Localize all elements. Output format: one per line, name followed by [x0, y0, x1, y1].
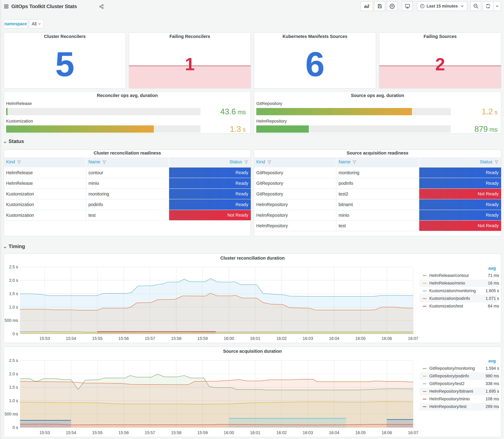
svg-text:16:01: 16:01	[250, 430, 260, 435]
svg-text:2.5 s: 2.5 s	[9, 358, 18, 363]
svg-text:15:55: 15:55	[92, 336, 102, 341]
svg-text:500 ms: 500 ms	[4, 318, 18, 323]
svg-text:1.5 s: 1.5 s	[9, 291, 18, 296]
svg-text:15:53: 15:53	[39, 336, 50, 341]
svg-text:2.0 s: 2.0 s	[9, 278, 18, 283]
svg-text:16:05: 16:05	[355, 336, 366, 341]
svg-text:0 s: 0 s	[12, 332, 18, 336]
svg-text:15:58: 15:58	[171, 430, 182, 435]
svg-text:0 s: 0 s	[12, 425, 18, 430]
svg-text:15:54: 15:54	[66, 336, 76, 341]
svg-text:16:07: 16:07	[408, 430, 418, 435]
svg-text:15:59: 15:59	[197, 336, 208, 341]
svg-text:16:00: 16:00	[224, 336, 234, 341]
svg-text:16:07: 16:07	[408, 336, 418, 341]
svg-text:16:06: 16:06	[381, 336, 392, 341]
svg-text:16:03: 16:03	[303, 430, 313, 435]
svg-text:15:59: 15:59	[197, 430, 208, 435]
svg-text:16:03: 16:03	[303, 336, 313, 341]
svg-text:16:06: 16:06	[381, 430, 392, 435]
svg-text:1.5 s: 1.5 s	[9, 385, 18, 390]
svg-text:1.0 s: 1.0 s	[9, 399, 18, 403]
svg-text:15:57: 15:57	[145, 430, 155, 435]
svg-text:16:02: 16:02	[276, 430, 287, 435]
svg-text:15:56: 15:56	[118, 336, 129, 341]
svg-text:16:04: 16:04	[329, 430, 339, 435]
svg-text:15:55: 15:55	[92, 430, 102, 435]
svg-text:16:00: 16:00	[224, 430, 234, 435]
svg-text:16:05: 16:05	[355, 430, 366, 435]
svg-text:15:56: 15:56	[118, 430, 129, 435]
svg-text:16:02: 16:02	[276, 336, 287, 341]
svg-text:1.0 s: 1.0 s	[9, 305, 18, 309]
svg-text:15:58: 15:58	[171, 336, 182, 341]
svg-text:500 ms: 500 ms	[4, 412, 18, 416]
svg-text:15:54: 15:54	[66, 430, 76, 435]
svg-text:15:53: 15:53	[39, 430, 50, 435]
svg-text:16:01: 16:01	[250, 336, 260, 341]
svg-text:2.5 s: 2.5 s	[9, 265, 18, 269]
svg-text:15:57: 15:57	[145, 336, 155, 341]
svg-text:16:04: 16:04	[329, 336, 339, 341]
svg-text:2.0 s: 2.0 s	[9, 372, 18, 376]
